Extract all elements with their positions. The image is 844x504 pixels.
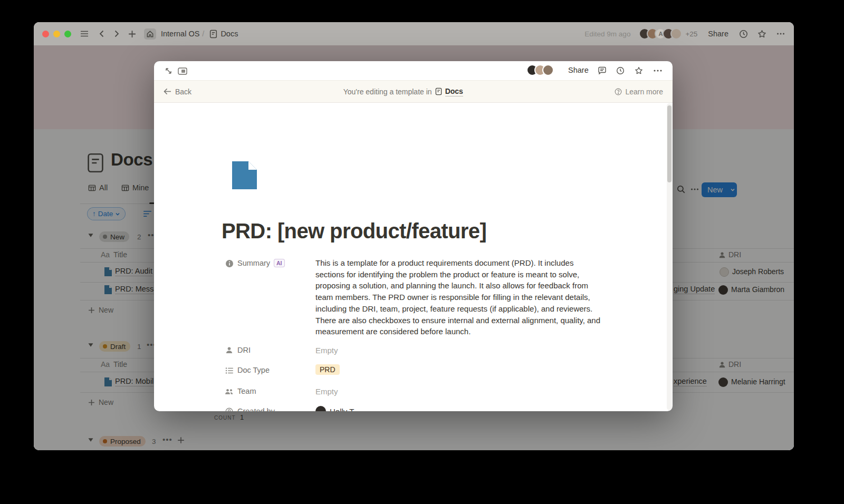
modal-share-button[interactable]: Share xyxy=(568,66,589,74)
property-value-dri[interactable]: Empty xyxy=(315,346,338,355)
back-button[interactable]: Back xyxy=(164,88,191,96)
learn-more-link[interactable]: Learn more xyxy=(615,88,663,96)
breadcrumb-separator: / xyxy=(202,30,204,38)
favorite-star-icon[interactable] xyxy=(757,30,766,38)
edited-timestamp: Edited 9m ago xyxy=(584,30,630,38)
expand-page-icon[interactable] xyxy=(165,67,172,75)
side-peek-icon[interactable] xyxy=(178,67,187,75)
share-button[interactable]: Share xyxy=(708,30,728,38)
property-label-dri[interactable]: DRI xyxy=(237,346,251,354)
banner-message: You're editing a template in Docs xyxy=(343,87,463,96)
docs-page-icon xyxy=(209,30,217,38)
docs-page-icon xyxy=(435,88,442,95)
avatar-overflow-count[interactable]: +25 xyxy=(685,30,697,38)
help-circle-icon xyxy=(615,88,622,95)
avatar xyxy=(670,28,682,40)
collaborator-avatars[interactable]: A xyxy=(639,28,682,40)
forward-icon[interactable] xyxy=(112,30,121,38)
modal-collaborator-avatars[interactable] xyxy=(530,64,554,76)
clock-icon[interactable] xyxy=(739,30,748,38)
info-icon xyxy=(225,259,234,268)
document-title[interactable]: PRD: [new product/feature] xyxy=(222,219,486,243)
favorite-star-icon[interactable] xyxy=(635,66,643,75)
avatar xyxy=(542,64,554,76)
property-value-summary[interactable]: This is a template for a product require… xyxy=(315,257,601,337)
property-label-team[interactable]: Team xyxy=(237,387,256,395)
ai-badge: AI xyxy=(274,259,285,267)
avatar xyxy=(315,406,326,411)
zoom-window-button[interactable] xyxy=(64,31,71,37)
new-tab-icon[interactable] xyxy=(128,30,137,38)
breadcrumb-workspace[interactable]: Internal OS xyxy=(161,30,199,38)
people-icon xyxy=(225,388,234,395)
property-value-team[interactable]: Empty xyxy=(315,387,338,396)
comments-icon[interactable] xyxy=(598,66,607,75)
close-window-button[interactable] xyxy=(42,31,49,37)
created-by-icon xyxy=(225,408,233,411)
list-icon xyxy=(225,367,234,374)
document-icon[interactable] xyxy=(231,161,257,189)
breadcrumb-page[interactable]: Docs xyxy=(220,30,238,38)
doc-type-tag[interactable]: PRD xyxy=(315,364,340,375)
template-banner: Back You're editing a template in Docs L… xyxy=(154,80,673,103)
screen: Internal OS / Docs Edited 9m ago A +25 S… xyxy=(0,0,844,504)
scrollbar-thumb[interactable] xyxy=(667,105,672,182)
back-icon[interactable] xyxy=(98,30,106,38)
property-label-created-by[interactable]: Created by xyxy=(237,407,275,411)
minimize-window-button[interactable] xyxy=(53,31,60,37)
banner-target-link[interactable]: Docs xyxy=(445,87,463,96)
property-label-doc-type[interactable]: Doc Type xyxy=(237,366,270,374)
modal-more-options-icon[interactable] xyxy=(653,69,663,73)
template-editor-modal: Share Back You're editing a template in … xyxy=(154,61,673,411)
home-icon[interactable] xyxy=(144,28,156,40)
property-value-created-by[interactable]: Holly T xyxy=(330,407,354,411)
page-history-icon[interactable] xyxy=(616,66,625,75)
sidebar-menu-icon[interactable] xyxy=(80,29,89,38)
more-options-icon[interactable] xyxy=(776,29,785,38)
property-label-summary[interactable]: Summary xyxy=(237,259,270,267)
back-arrow-icon xyxy=(164,88,171,95)
titlebar: Internal OS / Docs Edited 9m ago A +25 S… xyxy=(34,22,794,45)
person-icon xyxy=(225,346,233,354)
